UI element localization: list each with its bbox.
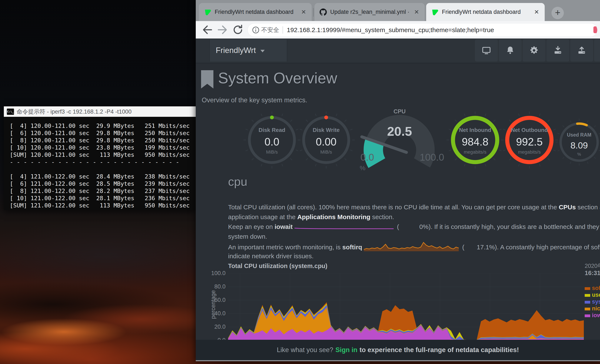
terminal-title: 命令提示符 - iperf3 -c 192.168.1.2 -P4 -t1000 (17, 108, 131, 115)
tab-netdata-1[interactable]: FriendlyWrt netdata dashboard ✕ (199, 3, 312, 21)
tab-title: Update r2s_lean_minimal.yml · k (330, 9, 409, 15)
gauge-disk-read[interactable]: Disk Read0.0MiB/s (241, 109, 303, 172)
svg-text:Disk Read: Disk Read (259, 127, 285, 133)
terminal-window[interactable]: C:\_ 命令提示符 - iperf3 -c 192.168.1.2 -P4 -… (4, 106, 196, 210)
browser-window: FriendlyWrt netdata dashboard ✕ Update r… (196, 0, 600, 361)
info-icon[interactable] (252, 26, 260, 34)
banner-post: to experience the full-range of netdata … (360, 346, 519, 354)
sign-in-link[interactable]: Sign in (335, 346, 357, 354)
svg-text:20.5: 20.5 (387, 124, 412, 139)
legend-item-user[interactable]: user (585, 292, 600, 298)
tab-title: FriendlyWrt netdata dashboard (215, 9, 296, 15)
svg-text:0.0: 0.0 (360, 152, 374, 163)
security-label[interactable]: 不安全 (261, 26, 279, 34)
cpu-utilization-chart[interactable] (228, 273, 584, 341)
omnibox-separator (282, 26, 283, 34)
bell-icon (505, 46, 515, 55)
svg-text:Used RAM: Used RAM (567, 132, 591, 138)
tab-separator (313, 8, 314, 17)
svg-text:0.0: 0.0 (264, 136, 279, 148)
github-favicon (319, 9, 327, 16)
svg-text:8.09: 8.09 (571, 140, 588, 150)
svg-text:0.00: 0.00 (316, 136, 336, 148)
window-bottom-edge (196, 360, 600, 361)
svg-text:megabits/s: megabits/s (518, 149, 541, 155)
bookmark-icon[interactable] (593, 26, 598, 33)
tab-netdata-2-active[interactable]: FriendlyWrt netdata dashboard ✕ (426, 3, 545, 21)
legend-item-system[interactable]: system (585, 299, 600, 305)
signin-banner: Like what you see? Sign in to experience… (196, 340, 600, 360)
netdata-header: FriendlyWrt (196, 38, 600, 63)
iowait-sparkline (294, 222, 394, 232)
netdata-page: FriendlyWrt (196, 38, 600, 361)
svg-text:992.5: 992.5 (516, 136, 543, 148)
terminal-titlebar[interactable]: C:\_ 命令提示符 - iperf3 -c 192.168.1.2 -P4 -… (4, 106, 196, 117)
tab-github[interactable]: Update r2s_lean_minimal.yml · k ✕ (314, 3, 425, 21)
import-button[interactable] (546, 39, 569, 62)
inline-link[interactable]: Applications Monitoring (297, 213, 370, 220)
legend-item-nice[interactable]: nice (585, 306, 600, 312)
tab-close-icon[interactable]: ✕ (412, 9, 421, 16)
svg-text:%: % (360, 164, 366, 171)
nodes-view-button[interactable] (475, 39, 498, 62)
gear-icon (529, 46, 539, 55)
svg-text:100.0: 100.0 (420, 152, 444, 163)
bookmark-ribbon-icon (201, 70, 213, 89)
tab-close-icon[interactable]: ✕ (532, 9, 541, 16)
new-tab-button[interactable]: + (552, 7, 564, 19)
monitor-icon (481, 46, 491, 55)
cmd-icon: C:\_ (7, 109, 14, 115)
chart-timestamp: 2020年3 16:31:2 (585, 262, 600, 277)
gauge-cpu[interactable]: CPU20.50.0%100.0 (355, 107, 444, 172)
netdata-favicon (204, 9, 211, 16)
legend-item-softirq[interactable]: softirq (585, 285, 600, 291)
svg-text:megabits/s: megabits/s (464, 149, 486, 155)
host-dropdown[interactable]: FriendlyWrt (209, 39, 287, 62)
address-bar[interactable]: 不安全 192.168.2.1:19999/#menu_system_subme… (247, 23, 598, 37)
page-subtitle: Overview of the key system metrics. (202, 96, 307, 104)
legend-item-iowait[interactable]: iowait (585, 312, 600, 319)
url-text[interactable]: 192.168.2.1:19999/#menu_system_submenu_c… (287, 26, 597, 34)
svg-text:Net Outbound: Net Outbound (511, 127, 548, 133)
desktop: C:\_ 命令提示符 - iperf3 -c 192.168.1.2 -P4 -… (0, 0, 600, 364)
gauge-net-inbound[interactable]: Net Inbound984.8megabits/s (444, 109, 506, 172)
reload-icon[interactable] (232, 23, 244, 36)
cpu-section-heading: cpu (228, 175, 247, 188)
svg-text:984.8: 984.8 (462, 136, 488, 148)
back-icon[interactable] (201, 23, 214, 36)
page-title: System Overview (218, 69, 337, 87)
gauge-used-ram[interactable]: Used RAM8.09% (553, 116, 600, 169)
tab-close-icon[interactable]: ✕ (299, 9, 308, 16)
alarms-button[interactable] (499, 39, 522, 62)
inline-link[interactable]: CPUs (559, 204, 576, 211)
export-button[interactable] (570, 39, 593, 62)
svg-text:Net Inbound: Net Inbound (459, 127, 491, 133)
svg-text:MiB/s: MiB/s (266, 149, 278, 155)
browser-toolbar: 不安全 192.168.2.1:19999/#menu_system_subme… (196, 21, 600, 38)
cpu-description: Total CPU utilization (all cores). 100% … (228, 202, 600, 263)
svg-text:Disk Write: Disk Write (313, 127, 340, 133)
softirq-sparkline (363, 242, 459, 254)
svg-text:MiB/s: MiB/s (320, 149, 332, 155)
download-icon (553, 46, 563, 55)
tab-title: FriendlyWrt netdata dashboard (442, 9, 529, 15)
settings-button[interactable] (523, 39, 545, 62)
help-button-partial[interactable] (594, 39, 600, 62)
banner-pre: Like what you see? (277, 346, 333, 354)
chart-title: Total CPU utilization (system.cpu) (228, 262, 328, 270)
svg-text:%: % (577, 152, 581, 157)
chevron-down-icon (260, 50, 265, 52)
gauge-net-outbound[interactable]: Net Outbound992.5megabits/s (498, 109, 560, 172)
netdata-favicon (431, 9, 439, 16)
gauge-disk-write[interactable]: Disk Write0.00MiB/s (295, 109, 357, 172)
hostname: FriendlyWrt (216, 46, 256, 55)
upload-icon (577, 46, 587, 55)
terminal-output[interactable]: [ 4] 120.00-121.00 sec 29.9 MBytes 251 M… (4, 117, 196, 210)
svg-text:CPU: CPU (394, 108, 405, 115)
tab-strip: FriendlyWrt netdata dashboard ✕ Update r… (196, 0, 600, 21)
forward-icon[interactable] (216, 23, 229, 36)
